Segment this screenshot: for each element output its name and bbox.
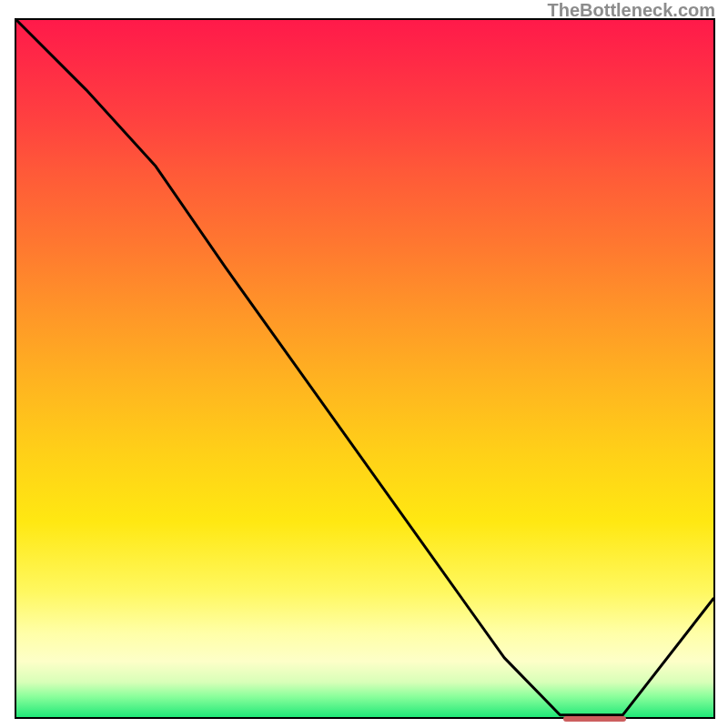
chart-container: TheBottleneck.com [0, 0, 728, 728]
minimum-marker [563, 716, 626, 722]
plot-area [15, 18, 715, 719]
curve-line [16, 20, 713, 715]
line-chart-svg [16, 20, 713, 717]
